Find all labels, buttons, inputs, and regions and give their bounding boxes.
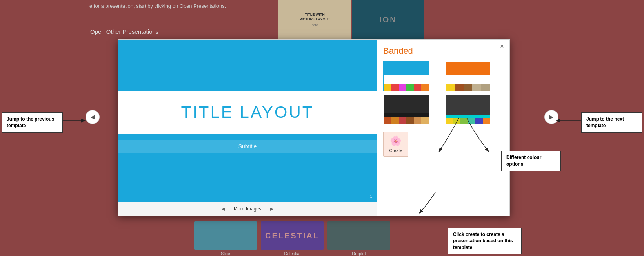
bg-top-thumbs: TITLE WITHPICTURE LAYOUT here ION — [278, 0, 424, 39]
swatch — [453, 118, 460, 124]
title-picture-thumb-text: TITLE WITHPICTURE LAYOUT — [299, 13, 330, 22]
callout-next-template: Jump to the next template — [581, 112, 642, 133]
swatch — [414, 117, 421, 124]
color-option-orange-top — [446, 62, 490, 75]
color-option-orange-white — [446, 75, 490, 84]
swatch — [421, 84, 429, 91]
slice-thumb-img — [194, 221, 257, 250]
color-option-blue-white — [384, 75, 429, 84]
create-button[interactable]: 🌸 Create — [383, 132, 408, 157]
swatch — [468, 118, 475, 124]
swatch — [460, 118, 468, 124]
right-panel: Banded — [377, 40, 509, 216]
slide-white-band: TITLE LAYOUT — [118, 91, 377, 134]
slide-top-band — [118, 40, 377, 91]
swatch — [446, 118, 453, 124]
swatch — [483, 118, 490, 124]
slide-title: TITLE LAYOUT — [181, 103, 314, 122]
color-option-orange-swatches — [446, 84, 490, 91]
color-option-dark-band — [384, 113, 429, 117]
callout-create: Click create to create a presentation ba… — [448, 228, 522, 254]
swatch — [406, 117, 414, 124]
more-images-prev-arrow[interactable]: ◄ — [220, 206, 226, 212]
color-option-cyan-band — [446, 115, 490, 118]
color-option-orange[interactable] — [445, 61, 491, 91]
slide-subtitle-band: Subtitle — [118, 140, 377, 153]
swatch — [472, 84, 481, 91]
swatch — [391, 84, 399, 91]
color-option-dark[interactable] — [383, 95, 429, 125]
slide-preview: TITLE LAYOUT Subtitle 1 — [118, 40, 377, 202]
open-presentations-link[interactable]: Open Other Presentations — [90, 28, 158, 35]
swatch — [475, 118, 483, 124]
color-options-grid — [383, 61, 503, 125]
callout-color-options: Different colouroptions — [501, 151, 561, 171]
droplet-thumb-img — [327, 221, 390, 250]
droplet-template[interactable]: Droplet — [326, 221, 392, 256]
swatch — [464, 84, 473, 91]
create-icon: 🌸 — [390, 135, 402, 146]
slide-subtitle: Subtitle — [238, 143, 257, 150]
slide-bottom-band: Subtitle 1 — [118, 134, 377, 202]
preview-pane: TITLE LAYOUT Subtitle 1 ◄ More Images ► — [118, 40, 377, 216]
swatch — [384, 84, 391, 91]
title-picture-thumb[interactable]: TITLE WITHPICTURE LAYOUT here — [278, 0, 351, 39]
slide-page-number: 1 — [370, 194, 372, 199]
color-option-blue-swatches — [384, 84, 429, 91]
title-picture-sublabel: here — [311, 23, 318, 27]
create-button-area: 🌸 Create — [383, 132, 503, 157]
nav-next-button[interactable]: ► — [544, 110, 558, 124]
swatch — [446, 84, 455, 91]
swatch — [384, 117, 391, 124]
swatch — [391, 117, 399, 124]
color-option-dark-cyan[interactable] — [445, 95, 491, 125]
preview-footer: ◄ More Images ► — [118, 202, 377, 216]
dialog-body: TITLE LAYOUT Subtitle 1 ◄ More Images ► … — [118, 40, 509, 216]
nav-prev-button[interactable]: ◄ — [86, 110, 100, 124]
ion-thumb[interactable]: ION — [352, 0, 424, 39]
swatch — [399, 84, 406, 91]
swatch — [414, 84, 421, 91]
bg-text: e for a presentation, start by clicking … — [86, 0, 243, 12]
bottom-templates-strip: Slice CELESTIAL Celestial Droplet — [192, 221, 392, 256]
more-images-next-arrow[interactable]: ► — [269, 206, 275, 212]
color-option-dark-cyan-swatches — [446, 118, 490, 124]
close-button[interactable]: × — [498, 43, 506, 50]
slice-template[interactable]: Slice — [192, 221, 259, 256]
color-option-dark-top — [384, 95, 429, 113]
swatch — [421, 117, 429, 124]
color-option-dark-swatches — [384, 117, 429, 124]
swatch — [481, 84, 490, 91]
more-images-button[interactable]: More Images — [234, 206, 261, 212]
template-dialog: × TITLE LAYOUT Subtitle 1 ◄ More Images … — [118, 39, 510, 216]
celestial-thumb-img: CELESTIAL — [261, 221, 324, 250]
color-option-dark-cyan-top — [446, 95, 490, 115]
color-option-blue-top — [384, 62, 429, 75]
swatch — [406, 84, 414, 91]
celestial-template[interactable]: CELESTIAL Celestial — [259, 221, 326, 256]
swatch — [399, 117, 406, 124]
color-option-blue[interactable] — [383, 61, 429, 91]
create-label: Create — [389, 148, 402, 153]
template-name: Banded — [383, 46, 503, 56]
callout-prev-template: Jump to the previous template — [2, 112, 63, 133]
swatch — [455, 84, 464, 91]
